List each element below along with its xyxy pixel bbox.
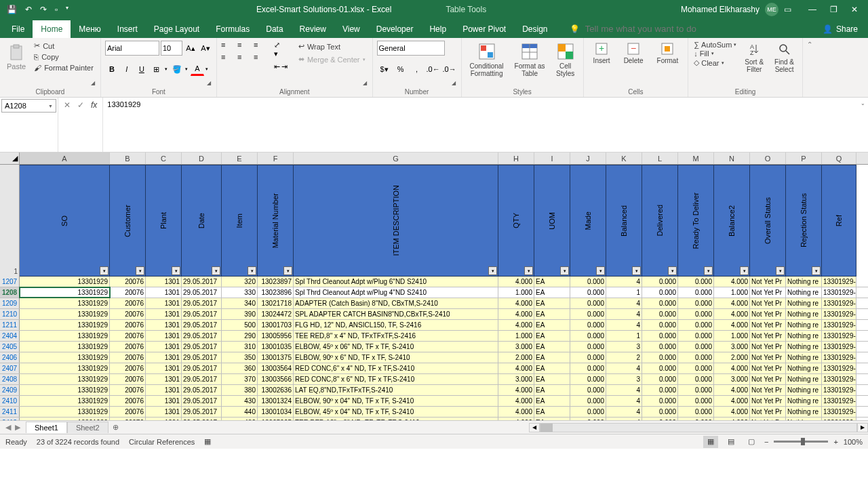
- align-left-button[interactable]: ≡: [221, 53, 236, 61]
- cell[interactable]: RED CONC,6" x 4" ND, TF x TF,S-2410: [294, 363, 498, 373]
- cell[interactable]: RED CONC,8" x 6" ND, TF x TF,S-2410: [294, 374, 498, 384]
- cell[interactable]: TEE RED,8" x 4" ND, TFxTFxTF,S-2416: [294, 331, 498, 341]
- cell[interactable]: EA: [534, 320, 570, 330]
- cell[interactable]: 20076: [110, 418, 146, 420]
- cell[interactable]: 13301929-330: [822, 287, 856, 298]
- cell[interactable]: 4.000: [714, 298, 750, 308]
- cell[interactable]: Not Yet Pr: [750, 418, 786, 420]
- format-as-table-button[interactable]: Format as Table: [511, 41, 549, 79]
- table-row[interactable]: 24091330192920076130129.05.2017380130026…: [0, 385, 868, 396]
- cell[interactable]: 0.000: [678, 352, 714, 363]
- row-header[interactable]: 1: [0, 165, 20, 277]
- cell[interactable]: 13301929: [20, 298, 110, 308]
- tab-data[interactable]: Data: [258, 20, 291, 38]
- cell[interactable]: 0.000: [570, 320, 606, 330]
- row-header[interactable]: 1207: [0, 277, 20, 287]
- col-header[interactable]: O: [750, 152, 786, 164]
- table-row[interactable]: 12071330192920076130129.05.2017320130238…: [0, 277, 868, 287]
- alignment-launcher[interactable]: ◢: [363, 80, 367, 86]
- cell[interactable]: 20076: [110, 331, 146, 341]
- scroll-right-icon[interactable]: ▶: [857, 423, 868, 432]
- cell[interactable]: 13301929-340: [822, 298, 856, 308]
- cell[interactable]: ELBOW, 45º x 06" ND, TF x TF, S-2410: [294, 342, 498, 352]
- cell[interactable]: 0.000: [642, 320, 678, 330]
- col-header[interactable]: E: [222, 152, 258, 164]
- cell[interactable]: 4.000: [498, 396, 534, 406]
- cut-button[interactable]: ✂Cut: [31, 41, 96, 51]
- tab-menu[interactable]: Меню: [71, 20, 108, 38]
- row-header[interactable]: 1210: [0, 309, 20, 319]
- cell[interactable]: EA: [534, 331, 570, 341]
- cell[interactable]: 13023896: [258, 287, 294, 298]
- tab-page-layout[interactable]: Page Layout: [146, 20, 208, 38]
- cell[interactable]: Nothing re: [786, 287, 822, 298]
- page-break-view-button[interactable]: ▢: [744, 436, 759, 448]
- cell[interactable]: 0.000: [678, 298, 714, 308]
- decrease-font-button[interactable]: A▾: [199, 41, 212, 55]
- table-row[interactable]: 24111330192920076130129.05.2017440130010…: [0, 407, 868, 418]
- tab-help[interactable]: Help: [421, 20, 454, 38]
- align-bottom-button[interactable]: ≡: [254, 41, 269, 49]
- cell[interactable]: ELBOW, 90º x 6" ND, TF x TF, S-2410: [294, 352, 498, 363]
- cell[interactable]: 430: [222, 396, 258, 406]
- cell[interactable]: Nothing re: [786, 352, 822, 363]
- cell[interactable]: Not Yet Pr: [750, 287, 786, 298]
- cell[interactable]: 4.000: [714, 277, 750, 287]
- row-header[interactable]: 1211: [0, 320, 20, 330]
- filter-icon[interactable]: ▾: [560, 266, 569, 275]
- cell[interactable]: EA: [534, 418, 570, 420]
- cancel-formula-icon[interactable]: ✕: [64, 100, 71, 110]
- fill-color-button[interactable]: 🪣: [170, 62, 184, 76]
- cell[interactable]: 0.000: [678, 396, 714, 406]
- cell[interactable]: Nothing re: [786, 309, 822, 319]
- format-cells-button[interactable]: Format: [652, 41, 684, 66]
- cell[interactable]: TEE RED,12" x 8" ND, TFxTFxTF,S-2416: [294, 418, 498, 420]
- name-box[interactable]: A1208 ▼: [1, 99, 56, 113]
- row-header[interactable]: 2411: [0, 407, 20, 417]
- cell[interactable]: 29.05.2017: [182, 342, 222, 352]
- font-size-combo[interactable]: [161, 41, 182, 56]
- cell[interactable]: 29.05.2017: [182, 309, 222, 319]
- cell[interactable]: Not Yet Pr: [750, 385, 786, 395]
- cell[interactable]: 13003564: [258, 363, 294, 373]
- col-header[interactable]: L: [642, 152, 678, 164]
- cell[interactable]: Not Yet Pr: [750, 277, 786, 287]
- cell[interactable]: 0.000: [570, 374, 606, 384]
- select-all-corner[interactable]: ◢: [0, 152, 20, 164]
- cell[interactable]: 1301: [146, 363, 182, 373]
- spreadsheet-grid[interactable]: ◢ A B C D E F G H I J K L M N O P Q 1 SO…: [0, 152, 868, 420]
- cell[interactable]: 4: [606, 385, 642, 395]
- cell[interactable]: EA: [534, 287, 570, 298]
- cell[interactable]: 1: [606, 287, 642, 298]
- border-dropdown[interactable]: ▾: [163, 66, 169, 72]
- cell[interactable]: 13005956: [258, 331, 294, 341]
- cell[interactable]: 13001324: [258, 396, 294, 406]
- cell[interactable]: 20076: [110, 320, 146, 330]
- cell[interactable]: 4.000: [714, 407, 750, 417]
- cell[interactable]: 29.05.2017: [182, 407, 222, 417]
- cell[interactable]: Nothing re: [786, 407, 822, 417]
- tell-me[interactable]: 💡: [570, 24, 721, 38]
- cell[interactable]: 2.000: [498, 352, 534, 363]
- cell[interactable]: 29.05.2017: [182, 418, 222, 420]
- cell[interactable]: Not Yet Pr: [750, 396, 786, 406]
- cell[interactable]: 4.000: [714, 363, 750, 373]
- formula-input[interactable]: 13301929 ⌄: [103, 98, 868, 152]
- cell[interactable]: EA: [534, 374, 570, 384]
- cell[interactable]: 0.000: [678, 277, 714, 287]
- cell[interactable]: 4: [606, 407, 642, 417]
- cell[interactable]: 0.000: [570, 342, 606, 352]
- cell[interactable]: 4: [606, 363, 642, 373]
- cell[interactable]: 4.000: [714, 385, 750, 395]
- cell[interactable]: 0.000: [678, 309, 714, 319]
- table-row[interactable]: 12081330192920076130129.05.2017330130238…: [0, 287, 868, 298]
- cell[interactable]: 0.000: [642, 396, 678, 406]
- decrease-decimal-button[interactable]: .0→: [442, 62, 457, 76]
- cell[interactable]: 0.000: [678, 363, 714, 373]
- font-color-button[interactable]: A: [191, 62, 204, 76]
- add-sheet-button[interactable]: ⊕: [108, 423, 123, 432]
- column-headers[interactable]: ◢ A B C D E F G H I J K L M N O P Q: [0, 152, 868, 165]
- row-header[interactable]: 1208: [0, 287, 20, 298]
- comma-button[interactable]: ,: [410, 62, 425, 76]
- align-right-button[interactable]: ≡: [254, 53, 269, 61]
